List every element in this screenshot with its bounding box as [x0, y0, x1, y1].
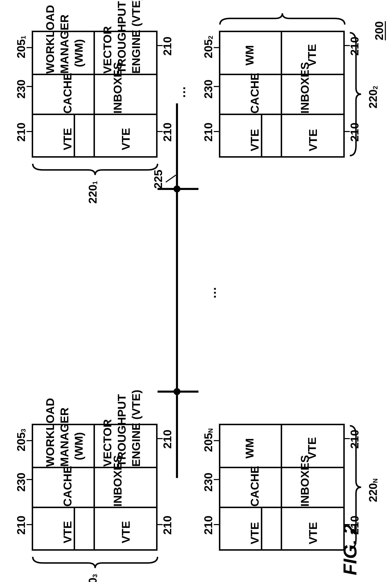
u1-ref-vte-a: 210 — [14, 120, 28, 144]
diagram-page: 200 FIG. 2 … … 225 WORKLOAD MANAGER (WM)… — [0, 0, 392, 582]
u1-l-vteb — [156, 131, 163, 132]
u1-div-h — [94, 31, 95, 158]
u3-vte-a: VTE — [60, 515, 75, 550]
un-div-v2 — [219, 507, 345, 508]
u2-l-cache — [214, 86, 220, 87]
u2-l-wm — [214, 47, 220, 48]
un-inboxes: INBOXES — [298, 474, 312, 507]
u1-l-wm — [26, 47, 33, 48]
brace-un-side — [348, 424, 362, 551]
u3-ref-cache: 230 — [14, 470, 28, 494]
u3-cache: CACHE — [60, 474, 75, 507]
group-label-n: 220N — [366, 475, 380, 506]
u3-div-v2 — [32, 507, 158, 508]
u3-ref-vte-t: 210 — [160, 427, 174, 451]
u1-ref-vte-t: 210 — [160, 34, 174, 58]
brace-u3 — [31, 555, 160, 569]
u3-ref-wm: 2053 — [14, 427, 28, 453]
group-label-3: 2203 — [86, 571, 99, 582]
u3-l-vteb — [156, 524, 163, 525]
un-wm: WM — [242, 436, 257, 461]
u1-wm-full: WORKLOAD MANAGER (WM) — [43, 33, 86, 74]
un-l-wm — [214, 440, 220, 441]
u1-vte-a: VTE — [60, 122, 75, 157]
un-l-cache — [214, 479, 220, 480]
bus-node-1 — [174, 186, 180, 192]
u1-l-vtet — [156, 45, 163, 46]
u3-div-v1 — [32, 467, 158, 468]
u3-l-vtet — [156, 438, 163, 439]
brace-u1 — [31, 162, 160, 176]
un-ref-wm: 205N — [202, 427, 215, 453]
u3-vte-b: VTE — [119, 515, 133, 550]
u1-l-cache — [26, 86, 33, 87]
bus-horizontal — [176, 103, 178, 478]
u3-inboxes: INBOXES — [110, 474, 125, 507]
u1-l-vtea — [26, 131, 33, 132]
bus-ellipsis-top: … — [174, 86, 188, 98]
u1-ref-vte-b: 210 — [160, 120, 174, 144]
bus-node-2 — [174, 388, 180, 395]
u3-ref-vte-a: 210 — [14, 513, 28, 537]
un-ref-cache: 230 — [202, 470, 215, 494]
u2-div-v1 — [219, 74, 345, 75]
u2-ref-wm: 2052 — [202, 34, 215, 60]
bus-leader — [166, 175, 176, 183]
group-label-2: 2202 — [366, 82, 380, 113]
bus-ellipsis-mid: … — [204, 287, 219, 299]
u2-vte-b: VTE — [306, 126, 320, 155]
u2-l-vtea — [214, 131, 220, 132]
u2-div-v2 — [219, 114, 345, 115]
u2-vte-a: VTE — [248, 126, 262, 155]
u1-ref-cache: 230 — [14, 77, 28, 101]
u1-ref-wm: 2051 — [14, 34, 28, 60]
u1-vte-b: VTE — [119, 122, 133, 157]
u1-div-v2 — [32, 114, 158, 115]
u2-inboxes: INBOXES — [298, 81, 312, 114]
brace-u2 — [218, 12, 347, 27]
u1-cache: CACHE — [60, 81, 75, 114]
u3-l-wm — [26, 440, 33, 441]
figure-number: 200 — [372, 14, 386, 47]
u3-l-vtea — [26, 524, 33, 525]
un-l-vtea — [214, 524, 220, 525]
brace-u2-side — [348, 31, 362, 158]
un-div-h — [281, 424, 282, 551]
u2-div-h — [281, 31, 282, 158]
u3-wm-full: WORKLOAD MANAGER (WM) — [43, 426, 86, 467]
u3-ref-vte-b: 210 — [160, 513, 174, 537]
u3-div-h — [94, 424, 95, 551]
u3-l-cache — [26, 479, 33, 480]
u2-ref-vte-a: 210 — [202, 120, 215, 144]
u2-wm: WM — [242, 43, 257, 68]
un-vte-a: VTE — [248, 519, 262, 547]
un-div-v1 — [219, 467, 345, 468]
un-ref-vte-a: 210 — [202, 513, 215, 537]
u1-inboxes: INBOXES — [110, 81, 125, 114]
un-vte-b: VTE — [306, 519, 320, 547]
un-cache: CACHE — [248, 474, 262, 507]
u2-cache: CACHE — [248, 81, 262, 114]
group-label-1: 2201 — [86, 178, 99, 207]
u2-ref-cache: 230 — [202, 77, 215, 101]
u1-div-v1 — [32, 74, 158, 75]
